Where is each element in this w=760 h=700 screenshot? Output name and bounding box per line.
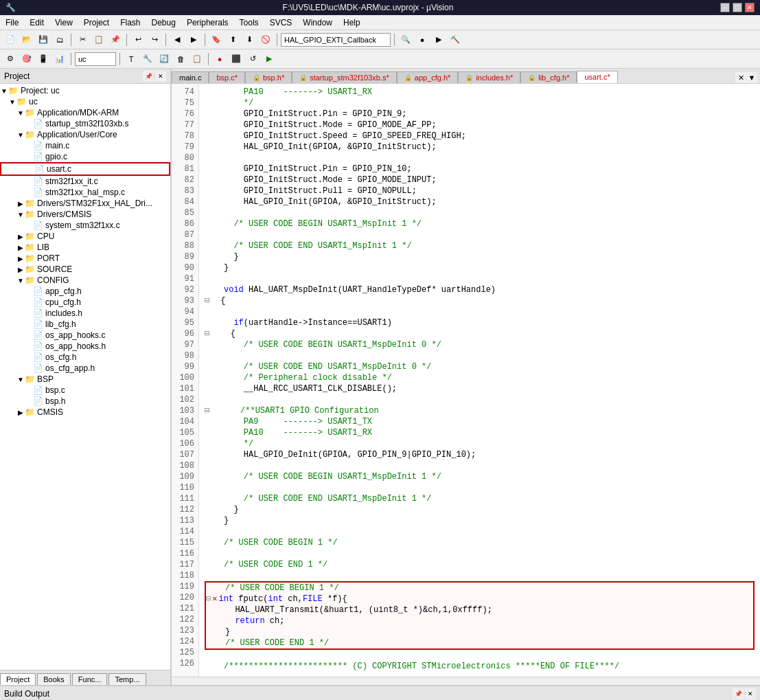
tree-item-source[interactable]: ▶📁SOURCE	[0, 264, 170, 275]
open-button[interactable]: 📂	[19, 32, 34, 47]
run-button[interactable]: ▶	[431, 32, 446, 47]
tree-item-lib[interactable]: ▶📁LIB	[0, 242, 170, 253]
tree-item-cpu_cfg_h[interactable]: 📄cpu_cfg.h	[0, 297, 170, 308]
tree-item-app_cfg_h[interactable]: 📄app_cfg.h	[0, 286, 170, 297]
fold-marker-93[interactable]: ⊟	[205, 295, 209, 306]
code-tab-2[interactable]: 🔒bsp.h*	[245, 71, 292, 83]
tree-item-drivers_cmsis[interactable]: ▼📁Drivers/CMSIS	[0, 209, 170, 220]
menu-item-view[interactable]: View	[49, 16, 78, 29]
close-button[interactable]: ✕	[745, 3, 755, 12]
menu-item-edit[interactable]: Edit	[24, 16, 49, 29]
build-pin-button[interactable]: 📌	[733, 688, 744, 699]
tree-item-stm32_it[interactable]: 📄stm32f1xx_it.c	[0, 176, 170, 187]
rebuild-button[interactable]: 🔄	[157, 52, 172, 67]
nav-back-button[interactable]: ◀	[170, 32, 185, 47]
tree-item-os_cfg_app_h[interactable]: 📄os_cfg_app.h	[0, 363, 170, 374]
clean-button[interactable]: 🗑	[173, 52, 188, 67]
project-tab-3[interactable]: Temp...	[108, 673, 146, 685]
copy-button[interactable]: 📋	[91, 32, 106, 47]
code-content[interactable]: PA10 -------> USART1_RX */ GPIO_InitStru…	[199, 84, 760, 677]
tree-item-root[interactable]: ▼📁Project: uc	[0, 85, 170, 96]
project-tab-1[interactable]: Books	[37, 673, 71, 685]
maximize-button[interactable]: □	[733, 3, 742, 12]
config-button[interactable]: ⚙	[3, 52, 18, 67]
tree-item-main_c[interactable]: 📄main.c	[0, 140, 170, 151]
tree-item-app_mdk[interactable]: ▼📁Application/MDK-ARM	[0, 107, 170, 118]
prev-bookmark-button[interactable]: ⬆	[225, 32, 240, 47]
code-tab-1[interactable]: bsp.c*	[209, 71, 245, 83]
horizontal-scrollbar[interactable]	[172, 677, 760, 685]
tree-item-bsp_c[interactable]: 📄bsp.c	[0, 385, 170, 396]
fold-marker-103[interactable]: ⊟	[205, 405, 209, 416]
target-button[interactable]: 🎯	[19, 52, 34, 67]
translate-button[interactable]: T	[124, 52, 139, 67]
fold-marker-120[interactable]: ⊟	[206, 594, 211, 605]
menu-item-file[interactable]: File	[0, 16, 24, 29]
code-tab-5[interactable]: 🔒includes.h*	[458, 71, 520, 83]
menu-item-tools[interactable]: Tools	[234, 16, 264, 29]
undo-button[interactable]: ↩	[130, 32, 146, 47]
clear-bookmark-button[interactable]: 🚫	[258, 32, 273, 47]
redo-button[interactable]: ↪	[147, 32, 162, 47]
tree-item-os_app_hooks_c[interactable]: 📄os_app_hooks.c	[0, 330, 170, 341]
code-tab-7[interactable]: usart.c*	[577, 71, 617, 83]
tree-item-bsp_h[interactable]: 📄bsp.h	[0, 396, 170, 407]
menu-item-flash[interactable]: Flash	[115, 16, 146, 29]
next-bookmark-button[interactable]: ⬇	[242, 32, 257, 47]
tree-item-uc[interactable]: ▼📁uc	[0, 96, 170, 107]
tree-item-startup[interactable]: 📄startup_stm32f103xb.s	[0, 118, 170, 129]
new-button[interactable]: 📄	[3, 32, 18, 47]
code-tab-3[interactable]: 🔒startup_stm32f103xb.s*	[292, 71, 397, 83]
tree-item-bsp_folder[interactable]: ▼📁BSP	[0, 374, 170, 385]
tree-item-stm32_msp[interactable]: 📄stm32f1xx_hal_msp.c	[0, 187, 170, 198]
menu-item-peripherals[interactable]: Peripherals	[181, 16, 234, 29]
tree-item-os_app_hooks_h[interactable]: 📄os_app_hooks.h	[0, 341, 170, 352]
build-all-button[interactable]: 🔧	[140, 52, 155, 67]
code-tab-0[interactable]: main.c	[172, 71, 209, 83]
batch-button[interactable]: 📋	[189, 52, 205, 67]
menu-item-window[interactable]: Window	[297, 16, 338, 29]
tree-item-cmsis[interactable]: ▶📁CMSIS	[0, 407, 170, 418]
tree-item-app_user[interactable]: ▼📁Application/User/Core	[0, 129, 170, 140]
menu-item-svcs[interactable]: SVCS	[264, 16, 298, 29]
dbg-run-button[interactable]: ▶	[262, 52, 277, 67]
tree-item-system_stm32[interactable]: 📄system_stm32f1xx.c	[0, 220, 170, 231]
nav-fwd-button[interactable]: ▶	[186, 32, 201, 47]
minimize-button[interactable]: ─	[720, 3, 730, 12]
build-button[interactable]: 🔨	[448, 32, 463, 47]
dbg-start-button[interactable]: ●	[212, 52, 227, 67]
search-button[interactable]: 🔍	[398, 32, 413, 47]
tree-item-cpu[interactable]: ▶📁CPU	[0, 231, 170, 242]
cut-button[interactable]: ✂	[75, 32, 90, 47]
project-tab-0[interactable]: Project	[0, 673, 36, 685]
project-tab-2[interactable]: Func...	[72, 673, 108, 685]
tree-item-os_cfg_h[interactable]: 📄os_cfg.h	[0, 352, 170, 363]
save-button[interactable]: 💾	[36, 32, 51, 47]
menu-item-project[interactable]: Project	[78, 16, 115, 29]
project-close-button[interactable]: ✕	[155, 71, 166, 82]
project-pin-button[interactable]: 📌	[143, 71, 154, 82]
build-close-button[interactable]: ✕	[745, 688, 756, 699]
debug-button[interactable]: ●	[415, 32, 430, 47]
tree-item-lib_cfg_h[interactable]: 📄lib_cfg.h	[0, 319, 170, 330]
tree-item-drivers_hal[interactable]: ▶📁Drivers/STM32F1xx_HAL_Dri...	[0, 198, 170, 209]
bookmark-button[interactable]: 🔖	[209, 32, 224, 47]
fold-marker-96[interactable]: ⊟	[205, 328, 209, 339]
menu-item-help[interactable]: Help	[338, 16, 366, 29]
code-tab-4[interactable]: 🔒app_cfg.h*	[397, 71, 459, 83]
tree-item-config[interactable]: ▼📁CONFIG	[0, 275, 170, 286]
tree-item-port[interactable]: ▶📁PORT	[0, 253, 170, 264]
paste-button[interactable]: 📌	[108, 32, 123, 47]
dbg-stop-button[interactable]: ⬛	[229, 52, 244, 67]
manage-button[interactable]: 📊	[52, 52, 67, 67]
target-input[interactable]	[75, 52, 116, 66]
code-tab-6[interactable]: 🔒lib_cfg.h*	[520, 71, 577, 83]
tree-item-includes_h[interactable]: 📄includes.h	[0, 308, 170, 319]
tree-item-gpio_c[interactable]: 📄gpio.c	[0, 151, 170, 162]
menu-item-debug[interactable]: Debug	[146, 16, 181, 29]
tree-item-usart_c[interactable]: 📄usart.c	[0, 162, 170, 176]
function-search-input[interactable]	[281, 33, 391, 47]
device-button[interactable]: 📱	[36, 52, 51, 67]
dbg-reset-button[interactable]: ↺	[245, 52, 260, 67]
save-all-button[interactable]: 🗂	[52, 32, 67, 47]
